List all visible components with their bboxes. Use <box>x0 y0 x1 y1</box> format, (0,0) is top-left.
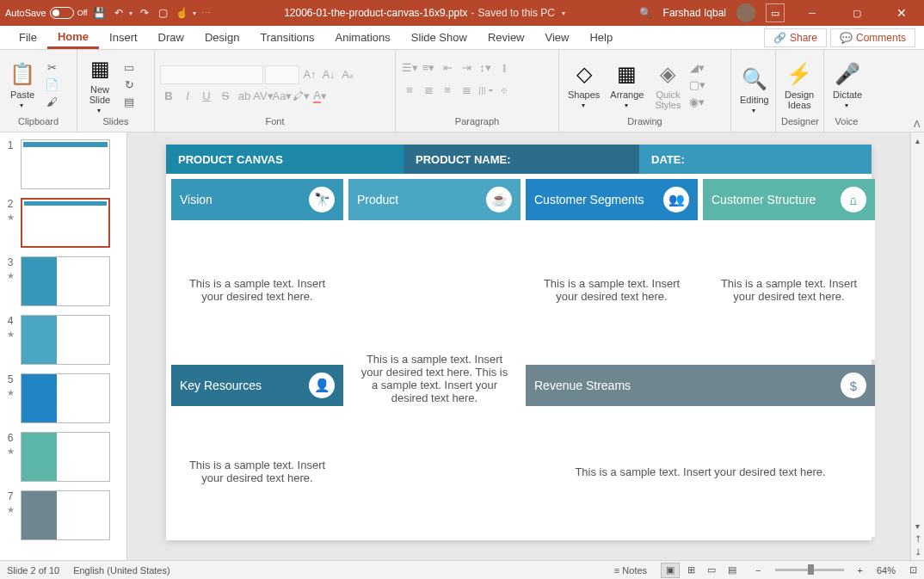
section-icon[interactable]: ▤ <box>120 95 138 110</box>
underline-button[interactable]: U <box>198 88 215 105</box>
format-painter-icon[interactable]: 🖌 <box>43 95 60 110</box>
editing-button[interactable]: 🔍Editing▾ <box>736 64 773 116</box>
zoom-slider[interactable] <box>775 569 844 571</box>
card-segments[interactable]: Customer Segments👥 This is a sample text… <box>526 179 698 360</box>
card-structure[interactable]: Customer Structure⩍ This is a sample tex… <box>703 179 875 360</box>
tab-insert[interactable]: Insert <box>99 28 148 47</box>
tab-design[interactable]: Design <box>194 28 249 47</box>
next-slide-icon[interactable]: ⤓ <box>915 547 921 557</box>
search-icon[interactable]: 🔍 <box>639 6 653 20</box>
canvas-product-name[interactable]: PRODUCT NAME: <box>403 145 639 174</box>
new-slide-button[interactable]: ▦New Slide▾ <box>83 53 117 116</box>
tab-draw[interactable]: Draw <box>148 28 194 47</box>
shape-fill-icon[interactable]: ◢▾ <box>688 60 705 76</box>
comments-button[interactable]: 💬 Comments <box>830 28 915 47</box>
tab-file[interactable]: File <box>9 28 47 47</box>
redo-icon[interactable]: ↷ <box>138 6 151 20</box>
arrange-button[interactable]: ▦Arrange▾ <box>607 59 647 111</box>
save-icon[interactable]: 💾 <box>93 6 107 20</box>
tab-animations[interactable]: Animations <box>325 28 401 47</box>
user-name[interactable]: Farshad Iqbal <box>663 7 726 19</box>
undo-icon[interactable]: ↶ <box>112 6 126 20</box>
autosave-toggle[interactable]: AutoSave Off <box>5 7 88 19</box>
thumbnail-3[interactable] <box>21 256 110 306</box>
ribbon-tabs: File Home Insert Draw Design Transitions… <box>0 26 924 50</box>
fit-to-window-icon[interactable]: ⊡ <box>909 564 917 576</box>
telescope-icon: 🔭 <box>309 187 335 213</box>
tab-review[interactable]: Review <box>477 28 535 47</box>
copy-icon[interactable]: 📄 <box>43 77 60 93</box>
thumbnail-4[interactable] <box>21 315 110 365</box>
shapes-button[interactable]: ◇Shapes▾ <box>564 59 603 111</box>
thumbnail-5[interactable] <box>21 373 110 423</box>
hierarchy-icon: ⩍ <box>841 187 866 213</box>
card-product[interactable]: Product☕ This is a sample text. Insert y… <box>348 179 521 537</box>
card-key-resources[interactable]: Key Resources👤 This is a sample text. In… <box>171 365 343 537</box>
avatar[interactable] <box>736 3 755 22</box>
font-family-select[interactable] <box>160 65 263 84</box>
collapse-ribbon-icon[interactable]: ᐱ <box>914 119 921 130</box>
layout-icon[interactable]: ▭ <box>120 60 138 76</box>
tab-home[interactable]: Home <box>47 27 99 49</box>
slideshow-icon[interactable]: ▢ <box>157 6 170 20</box>
thumbnail-6[interactable] <box>21 432 110 482</box>
font-color-icon[interactable]: A▾ <box>311 88 329 105</box>
thumbnail-7[interactable] <box>21 490 110 540</box>
highlight-icon[interactable]: 🖍▾ <box>293 88 310 105</box>
scroll-down-icon[interactable]: ▾ <box>915 521 920 531</box>
touch-icon[interactable]: ☝ <box>176 6 189 20</box>
tab-view[interactable]: View <box>535 28 580 47</box>
maximize-icon[interactable]: ▢ <box>840 0 874 26</box>
slideshow-view-icon[interactable]: ▤ <box>723 563 742 578</box>
italic-button[interactable]: I <box>179 88 196 105</box>
title-bar: AutoSave Off 💾 ↶▾ ↷ ▢ ☝▾ ⋯ 12006-01-the-… <box>0 0 924 26</box>
tab-slideshow[interactable]: Slide Show <box>401 28 477 47</box>
users-icon: 👥 <box>663 187 689 213</box>
document-title: 12006-01-the-product-canvas-16x9.pptx <box>284 7 467 19</box>
zoom-out-icon[interactable]: − <box>755 565 761 576</box>
cut-icon[interactable]: ✂ <box>43 60 60 76</box>
bold-button[interactable]: B <box>160 88 177 105</box>
slide-thumbnails: 1 2★ 3★ 4★ 5★ 6★ 7★ <box>0 132 127 560</box>
reading-view-icon[interactable]: ▭ <box>702 563 721 578</box>
status-bar: Slide 2 of 10 English (United States) ≡ … <box>0 560 924 579</box>
save-status: Saved to this PC <box>478 7 555 19</box>
quick-styles-button[interactable]: ◈Quick Styles <box>650 59 685 112</box>
notes-button[interactable]: ≡ Notes <box>614 565 647 576</box>
strikethrough-button[interactable]: S <box>217 88 234 105</box>
vertical-scrollbar[interactable]: ▴ ▾ ⤒ ⤓ <box>910 132 924 560</box>
scroll-up-icon[interactable]: ▴ <box>915 136 920 145</box>
dictate-button[interactable]: 🎤Dictate▾ <box>829 59 865 111</box>
design-ideas-button[interactable]: ⚡Design Ideas <box>781 59 817 112</box>
zoom-in-icon[interactable]: + <box>858 565 863 576</box>
card-revenue[interactable]: Revenue Streams$ This is a sample text. … <box>526 365 875 537</box>
ribbon: 📋Paste▾ ✂📄🖌 Clipboard ▦New Slide▾ ▭↻▤ Sl… <box>0 50 924 132</box>
slide-editor[interactable]: PRODUCT CANVAS PRODUCT NAME: DATE: Visio… <box>127 132 910 560</box>
ribbon-options-icon[interactable]: ▭ <box>766 3 785 22</box>
zoom-level[interactable]: 64% <box>877 565 896 576</box>
presenter-icon: 👤 <box>309 373 335 398</box>
reset-icon[interactable]: ↻ <box>120 77 138 93</box>
thumbnail-1[interactable] <box>21 139 110 189</box>
money-icon: $ <box>841 373 866 398</box>
thumbnail-2[interactable] <box>21 198 110 248</box>
share-button[interactable]: 🔗 Share <box>764 28 827 47</box>
tab-help[interactable]: Help <box>579 28 623 47</box>
slide-canvas[interactable]: PRODUCT CANVAS PRODUCT NAME: DATE: Visio… <box>166 145 872 540</box>
normal-view-icon[interactable]: ▣ <box>661 563 680 578</box>
paste-button[interactable]: 📋Paste▾ <box>5 59 40 111</box>
shape-outline-icon[interactable]: ▢▾ <box>688 77 705 93</box>
sorter-view-icon[interactable]: ⊞ <box>681 563 700 578</box>
card-vision[interactable]: Vision🔭 This is a sample text. Insert yo… <box>171 179 343 360</box>
close-icon[interactable]: ✕ <box>884 0 919 26</box>
minimize-icon[interactable]: ─ <box>795 0 829 26</box>
prev-slide-icon[interactable]: ⤒ <box>915 534 921 544</box>
cup-icon: ☕ <box>486 187 512 213</box>
slide-number[interactable]: Slide 2 of 10 <box>7 565 59 576</box>
tab-transitions[interactable]: Transitions <box>249 28 324 47</box>
canvas-title[interactable]: PRODUCT CANVAS <box>166 145 403 174</box>
canvas-date[interactable]: DATE: <box>639 145 872 174</box>
shape-effects-icon[interactable]: ◉▾ <box>688 95 705 110</box>
font-size-select[interactable] <box>265 65 299 84</box>
language[interactable]: English (United States) <box>73 565 170 576</box>
